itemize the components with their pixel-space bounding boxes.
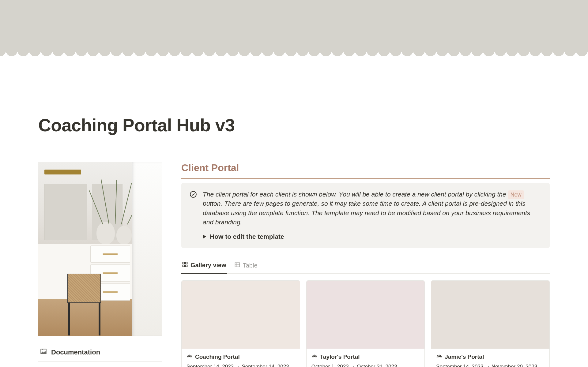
left-column: Documentation FAQ — [38, 162, 162, 367]
hero-image — [38, 162, 162, 336]
card-dates: September 14, 2023 → September 14, 2023 — [187, 364, 295, 367]
section-title: Client Portal — [181, 162, 550, 179]
card-cover — [431, 281, 549, 349]
rainbow-icon — [311, 353, 318, 361]
page-cover — [0, 0, 588, 58]
toggle-label: How to edit the template — [210, 232, 284, 241]
callout-text-post: button. There are few pages to generate,… — [203, 200, 530, 226]
gallery: Coaching Portal September 14, 2023 → Sep… — [181, 280, 550, 367]
card-title-text: Taylor's Portal — [320, 354, 360, 360]
page-title: Coaching Portal Hub v3 — [38, 115, 550, 135]
card-dates: October 1, 2023 → October 31, 2023 — [311, 364, 420, 367]
new-tag: New — [508, 190, 524, 199]
svg-rect-1 — [183, 262, 185, 264]
toggle-how-to-edit[interactable]: How to edit the template — [203, 232, 542, 241]
image-icon — [40, 347, 47, 357]
card-title-text: Coaching Portal — [195, 354, 240, 360]
svg-rect-4 — [186, 265, 187, 267]
svg-rect-2 — [186, 262, 187, 264]
tab-label: Table — [243, 262, 258, 269]
card-title-text: Jamie's Portal — [445, 354, 484, 360]
right-column: Client Portal The client portal for each… — [181, 162, 550, 367]
svg-rect-5 — [235, 263, 239, 267]
tab-table-view[interactable]: Table — [234, 258, 258, 273]
gallery-card[interactable]: Taylor's Portal October 1, 2023 → Octobe… — [306, 280, 425, 367]
card-cover — [182, 281, 300, 349]
tab-gallery-view[interactable]: Gallery view — [181, 258, 227, 274]
gallery-card[interactable]: Jamie's Portal September 14, 2023 → Nove… — [431, 280, 550, 367]
callout: The client portal for each client is sho… — [181, 183, 550, 248]
card-cover — [307, 281, 425, 349]
view-tabs: Gallery view Table — [181, 258, 550, 274]
sidebar-link-documentation[interactable]: Documentation — [38, 343, 162, 362]
triangle-right-icon — [203, 234, 206, 239]
card-dates: September 14, 2023 → November 20, 2023 — [436, 364, 545, 367]
rainbow-icon — [187, 353, 193, 361]
svg-rect-3 — [183, 265, 185, 267]
check-circle-icon — [189, 190, 197, 198]
tab-label: Gallery view — [190, 262, 226, 269]
rainbow-icon — [436, 353, 442, 361]
callout-text-pre: The client portal for each client is sho… — [203, 191, 508, 198]
sidebar-link-faq[interactable]: FAQ — [38, 362, 162, 367]
gallery-card[interactable]: Coaching Portal September 14, 2023 → Sep… — [181, 280, 300, 367]
gallery-icon — [182, 261, 188, 269]
table-icon — [234, 262, 240, 269]
svg-point-0 — [190, 191, 196, 197]
sidebar-link-label: Documentation — [51, 348, 100, 356]
